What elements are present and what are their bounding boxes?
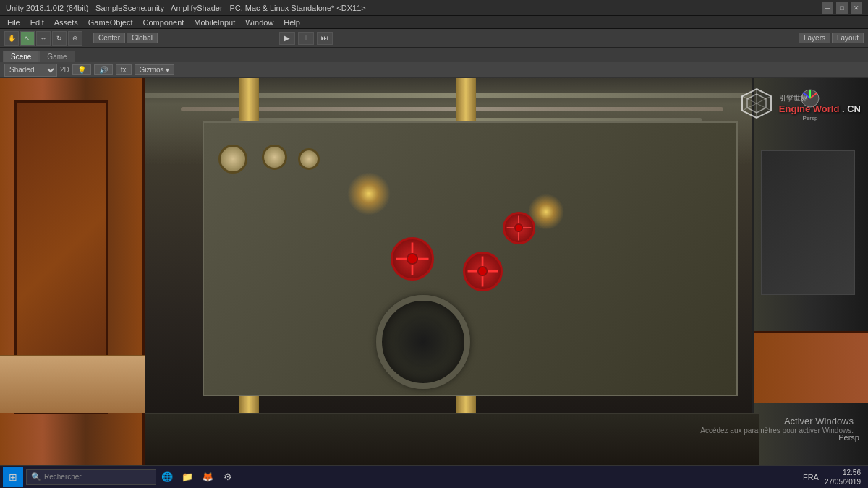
svg-point-8	[515, 224, 522, 231]
mode-2d-label: 2D	[60, 66, 69, 74]
menu-assets[interactable]: Assets	[50, 17, 82, 27]
svg-point-2	[407, 254, 417, 264]
clock: 12:56 27/05/2019	[825, 468, 861, 487]
global-btn[interactable]: Global	[127, 33, 158, 43]
taskbar-right: FRA 12:56 27/05/2019	[803, 468, 865, 487]
valve-2	[463, 252, 503, 291]
date-display: 27/05/2019	[825, 477, 861, 487]
audio-toggle[interactable]: 🔊	[94, 64, 113, 75]
menu-bar: File Edit Assets GameObject Component Mo…	[0, 16, 868, 29]
viewport-tabs: Scene Game	[0, 48, 868, 62]
pivot-tools: Center Global	[93, 33, 158, 43]
valve-3-spokes	[505, 214, 533, 242]
fx-toggle[interactable]: fx	[116, 64, 132, 75]
activate-windows-notice: Activer Windows Accédez aux paramètres p…	[700, 416, 854, 435]
pipe-h1	[145, 93, 760, 98]
layout-dropdown[interactable]: Layout	[832, 33, 864, 43]
window-title: Unity 2018.1.0f2 (64bit) - SampleScene.u…	[6, 4, 366, 12]
gizmos-dropdown[interactable]: Gizmos ▾	[135, 64, 175, 75]
menu-edit[interactable]: Edit	[26, 17, 48, 27]
gizmo-svg: Persp	[796, 84, 825, 127]
taskbar: ⊞ 🔍 Rechercher 🌐 📁 🦊 ⚙ FRA 12:56 27/05/2…	[0, 465, 868, 488]
valve-2-spokes	[465, 254, 501, 289]
scene-viewport[interactable]: 引擎世界 Engine World . CN Persp Persp Activ…	[0, 78, 868, 471]
scale-tool[interactable]: ↻	[52, 31, 67, 46]
shading-mode-select[interactable]: Shaded Wireframe	[4, 64, 57, 77]
valve-3	[503, 212, 535, 244]
right-panel-equipment	[761, 150, 855, 295]
logo-svg	[739, 85, 775, 121]
scene-toolbar: Shaded Wireframe 2D 💡 🔊 fx Gizmos ▾	[0, 62, 868, 78]
menu-gameobject[interactable]: GameObject	[84, 17, 137, 27]
play-button[interactable]: ▶	[279, 32, 295, 45]
time-display: 12:56	[825, 468, 861, 477]
viewport-wrapper: Scene Game Shaded Wireframe 2D 💡 🔊 fx Gi…	[0, 48, 868, 471]
window-controls: ─ □ ✕	[822, 2, 862, 14]
play-controls: ▶ ⏸ ⏭	[279, 32, 333, 45]
svg-text:Persp: Persp	[803, 115, 818, 121]
taskbar-unity-button[interactable]: ⚙	[218, 468, 237, 487]
main-area: Scene Game Shaded Wireframe 2D 💡 🔊 fx Gi…	[0, 48, 868, 488]
search-placeholder: Rechercher	[44, 473, 82, 481]
maximize-button[interactable]: □	[836, 2, 848, 14]
move-tool[interactable]: ↖	[20, 31, 35, 46]
taskbar-firefox-button[interactable]: 🦊	[198, 468, 217, 487]
left-wood-panel	[0, 78, 145, 471]
lighting-toggle[interactable]: 💡	[72, 64, 91, 75]
start-button[interactable]: ⊞	[3, 467, 23, 487]
gauge-1	[218, 145, 247, 174]
shelf	[0, 355, 145, 413]
gauge-2	[262, 145, 287, 170]
menu-component[interactable]: Component	[138, 17, 188, 27]
language-indicator: FRA	[803, 473, 819, 481]
floor	[145, 413, 760, 471]
minimize-button[interactable]: ─	[822, 2, 833, 14]
gizmo-widget: Persp	[796, 84, 825, 127]
gauge-3	[298, 148, 320, 170]
taskbar-explorer-button[interactable]: 📁	[178, 468, 197, 487]
menu-file[interactable]: File	[3, 17, 25, 27]
pipe-h2	[181, 107, 723, 111]
menu-help[interactable]: Help	[279, 17, 305, 27]
close-button[interactable]: ✕	[851, 2, 862, 14]
light-1	[347, 172, 391, 215]
activate-windows-subtitle: Accédez aux paramètres pour activer Wind…	[700, 427, 854, 435]
step-button[interactable]: ⏭	[317, 32, 333, 45]
pause-button[interactable]: ⏸	[298, 32, 314, 45]
valve-1	[391, 237, 434, 281]
hand-tool[interactable]: ✋	[4, 31, 19, 46]
menu-window[interactable]: Window	[241, 17, 278, 27]
torpedo-hatch	[376, 295, 470, 389]
svg-point-5	[478, 267, 487, 275]
taskbar-edge-button[interactable]: 🌐	[158, 468, 176, 487]
valve-1-spokes	[393, 239, 432, 278]
menu-mobileinput[interactable]: MobileInput	[190, 17, 239, 27]
tab-game[interactable]: Game	[39, 51, 75, 62]
watermark-logo-icon	[739, 85, 775, 121]
separator-1	[88, 32, 88, 45]
transform-tools: ✋ ↖ ↔ ↻ ⊕	[4, 31, 82, 46]
right-equipment-panel	[752, 78, 868, 471]
layers-layout: Layers Layout	[799, 33, 864, 43]
search-icon: 🔍	[31, 472, 41, 481]
search-bar[interactable]: 🔍 Rechercher	[26, 469, 156, 485]
activate-windows-title: Activer Windows	[700, 416, 854, 427]
toolbar: ✋ ↖ ↔ ↻ ⊕ Center Global ▶ ⏸ ⏭ Layers Lay…	[0, 29, 868, 48]
rect-tool[interactable]: ⊕	[68, 31, 82, 46]
rotate-tool[interactable]: ↔	[36, 31, 51, 46]
title-bar: Unity 2018.1.0f2 (64bit) - SampleScene.u…	[0, 0, 868, 16]
tab-scene[interactable]: Scene	[3, 51, 39, 62]
layers-dropdown[interactable]: Layers	[799, 33, 830, 43]
center-btn[interactable]: Center	[93, 33, 125, 43]
right-wood-base	[754, 331, 868, 403]
